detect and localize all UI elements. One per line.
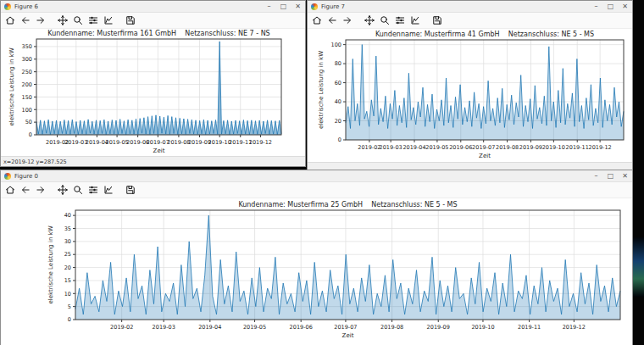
forward-icon[interactable]	[36, 185, 46, 195]
cursor-coordinates: x=2019-12 y=287.525	[3, 159, 67, 165]
back-icon[interactable]	[20, 15, 31, 25]
svg-text:60: 60	[335, 80, 341, 86]
svg-text:2019-11: 2019-11	[518, 324, 541, 331]
svg-text:25: 25	[64, 251, 71, 258]
status-bar: x=2019-12 y=287.525	[1, 156, 305, 166]
back-icon[interactable]	[20, 185, 31, 195]
minimize-button[interactable]: –	[589, 170, 603, 181]
svg-text:2019-09: 2019-09	[427, 324, 450, 331]
save-icon[interactable]	[125, 185, 136, 195]
matplotlib-icon	[4, 3, 11, 10]
svg-text:50: 50	[25, 119, 32, 125]
window-controls: –□✕	[262, 1, 305, 12]
window-titlebar[interactable]: Figure 6 –□✕	[1, 1, 305, 13]
figure-window-6: Figure 6 –□✕ 0501001502002503003502019-0…	[0, 0, 306, 167]
minimize-button[interactable]: –	[262, 1, 276, 12]
back-icon[interactable]	[327, 15, 337, 25]
zoom-icon[interactable]	[73, 185, 83, 195]
svg-text:15: 15	[64, 277, 71, 284]
subplots-icon[interactable]	[88, 15, 98, 25]
figure-canvas[interactable]: 0501001502002503003502019-022019-032019-…	[1, 29, 305, 156]
svg-text:2019-08: 2019-08	[380, 324, 403, 331]
subplots-icon[interactable]	[88, 185, 98, 195]
svg-text:350: 350	[22, 43, 32, 50]
home-icon[interactable]	[5, 185, 15, 195]
svg-text:2019-05: 2019-05	[425, 144, 448, 151]
maximize-button[interactable]: □	[603, 170, 618, 181]
svg-text:2019-06: 2019-06	[449, 144, 472, 151]
svg-text:Zeit: Zeit	[153, 147, 165, 154]
svg-text:100: 100	[331, 42, 341, 48]
svg-text:100: 100	[22, 107, 32, 114]
maximize-button[interactable]: □	[276, 1, 291, 12]
svg-text:elektrische Leistung in kW: elektrische Leistung in kW	[318, 51, 325, 129]
status-bar	[308, 162, 632, 170]
figure-canvas[interactable]: 0204060801002019-022019-032019-042019-05…	[308, 29, 632, 162]
svg-text:2019-04: 2019-04	[402, 144, 425, 151]
svg-text:Zeit: Zeit	[479, 153, 491, 159]
svg-text:2019-08: 2019-08	[167, 139, 190, 146]
svg-text:Kundenname: Musterfirma 25 Gmb: Kundenname: Musterfirma 25 GmbH Netzansc…	[238, 201, 457, 209]
close-button[interactable]: ✕	[618, 1, 632, 12]
pan-icon[interactable]	[58, 15, 68, 25]
svg-text:80: 80	[335, 60, 341, 67]
svg-text:30: 30	[64, 238, 71, 245]
window-title: Figure 7	[321, 3, 589, 10]
svg-text:2019-07: 2019-07	[147, 139, 169, 146]
forward-icon[interactable]	[342, 15, 353, 25]
window-titlebar[interactable]: Figure 7 –□✕	[308, 1, 632, 13]
svg-text:20: 20	[64, 264, 71, 271]
svg-text:2019-05: 2019-05	[243, 324, 266, 331]
matplotlib-icon	[311, 3, 318, 10]
svg-text:2019-10: 2019-10	[208, 139, 231, 146]
save-icon[interactable]	[125, 15, 136, 25]
svg-text:2019-12: 2019-12	[563, 324, 586, 331]
pan-icon[interactable]	[364, 15, 375, 25]
svg-text:2019-11: 2019-11	[566, 144, 589, 151]
figure-window-0: Figure 0 –□✕ 05101520253035402019-022019…	[0, 170, 633, 345]
svg-text:2019-03: 2019-03	[64, 139, 87, 146]
svg-text:2019-12: 2019-12	[589, 144, 612, 151]
customize-icon[interactable]	[103, 15, 114, 25]
svg-text:2019-02: 2019-02	[110, 324, 133, 331]
svg-text:150: 150	[22, 94, 32, 101]
close-button[interactable]: ✕	[291, 1, 305, 12]
close-button[interactable]: ✕	[618, 170, 632, 181]
svg-text:300: 300	[22, 56, 32, 63]
figure-toolbar	[308, 13, 632, 29]
customize-icon[interactable]	[103, 185, 114, 195]
home-icon[interactable]	[5, 15, 15, 25]
figure-plot: 0204060801002019-022019-032019-042019-05…	[308, 29, 632, 162]
svg-text:0: 0	[68, 316, 71, 323]
svg-text:2019-04: 2019-04	[198, 324, 221, 331]
svg-text:2019-06: 2019-06	[290, 324, 313, 331]
zoom-icon[interactable]	[73, 15, 83, 25]
pan-icon[interactable]	[58, 185, 68, 195]
svg-text:20: 20	[335, 118, 341, 125]
customize-icon[interactable]	[410, 15, 420, 25]
minimize-button[interactable]: –	[589, 1, 603, 12]
svg-text:2019-12: 2019-12	[249, 139, 272, 146]
svg-text:2019-08: 2019-08	[496, 144, 519, 151]
svg-text:2019-07: 2019-07	[472, 144, 495, 151]
svg-text:2019-10: 2019-10	[471, 324, 494, 331]
desktop-wallpaper	[633, 237, 644, 297]
figure-toolbar	[1, 13, 305, 29]
figure-plot: 0501001502002503003502019-022019-032019-…	[1, 29, 305, 156]
maximize-button[interactable]: □	[603, 1, 618, 12]
save-icon[interactable]	[432, 15, 442, 25]
svg-text:Zeit: Zeit	[342, 332, 354, 339]
home-icon[interactable]	[312, 15, 322, 25]
subplots-icon[interactable]	[395, 15, 405, 25]
svg-text:35: 35	[64, 225, 71, 232]
window-controls: –□✕	[589, 170, 632, 181]
svg-text:2019-10: 2019-10	[542, 144, 565, 151]
svg-text:2019-03: 2019-03	[153, 324, 175, 331]
matplotlib-icon	[4, 173, 11, 180]
forward-icon[interactable]	[36, 15, 46, 25]
svg-text:0: 0	[338, 136, 341, 143]
svg-text:2019-05: 2019-05	[106, 139, 129, 146]
zoom-icon[interactable]	[380, 15, 390, 25]
window-titlebar[interactable]: Figure 0 –□✕	[1, 170, 632, 182]
figure-canvas[interactable]: 05101520253035402019-022019-032019-04201…	[1, 198, 632, 345]
